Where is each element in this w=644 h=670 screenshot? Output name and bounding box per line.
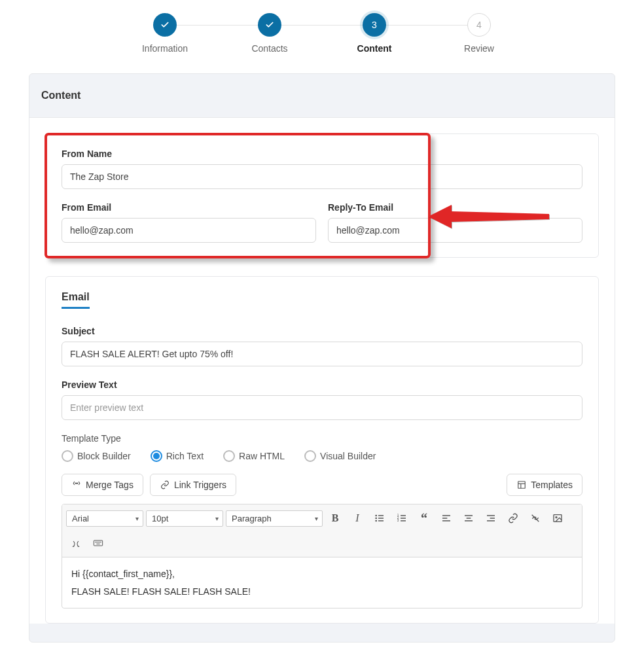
step-number: 3 (363, 13, 386, 37)
svg-rect-3 (518, 482, 526, 489)
insert-image-button[interactable] (548, 508, 567, 528)
numbered-list-button[interactable]: 123 (392, 508, 412, 528)
svg-point-35 (98, 542, 99, 542)
from-email-label: From Email (62, 202, 316, 213)
font-size-select[interactable]: 10pt (146, 510, 223, 527)
editor-line: Hi {{contact_first_name}}, (71, 565, 573, 583)
template-type-radio-group: Block Builder Rich Text Raw HTML Vi (62, 450, 582, 462)
align-right-button[interactable] (481, 508, 501, 528)
keyboard-button[interactable] (88, 533, 108, 553)
blockquote-button[interactable]: “ (414, 508, 434, 528)
radio-label: Block Builder (77, 451, 131, 461)
svg-text:3: 3 (397, 519, 399, 522)
radio-block-builder[interactable]: Block Builder (62, 450, 131, 462)
reply-to-email-label: Reply-To Email (328, 202, 582, 213)
italic-button[interactable]: I (348, 508, 367, 528)
from-email-input[interactable] (62, 218, 316, 243)
button-label: Templates (531, 480, 573, 490)
step-label: Contacts (251, 43, 287, 54)
merge-tags-button[interactable]: Merge Tags (62, 474, 143, 496)
align-center-button[interactable] (459, 508, 478, 528)
templates-button[interactable]: Templates (507, 474, 582, 496)
from-name-label: From Name (62, 149, 582, 159)
bold-button[interactable]: B (325, 508, 345, 528)
rich-text-editor: Arial 10pt Paragraph B I 123 “ (62, 504, 582, 608)
button-label: Merge Tags (86, 480, 134, 490)
check-icon (153, 13, 177, 37)
insert-link-button[interactable] (503, 508, 523, 528)
radio-rich-text[interactable]: Rich Text (151, 450, 204, 462)
step-information[interactable]: Information (113, 13, 217, 54)
editor-line: FLASH SALE! FLASH SALE! FLASH SALE! (71, 583, 573, 601)
step-label: Information (142, 43, 188, 54)
preview-text-label: Preview Text (62, 379, 582, 390)
link-icon (160, 480, 170, 489)
check-icon (258, 13, 281, 37)
stepper: Information Contacts 3 Content 4 Review (0, 13, 644, 54)
merge-tags-icon (71, 480, 82, 489)
radio-label: Rich Text (166, 451, 204, 461)
step-contacts[interactable]: Contacts (217, 13, 322, 54)
email-section-title: Email (62, 291, 90, 309)
remove-link-button[interactable] (526, 508, 545, 528)
content-card: Content From Name From Email Reply-To Em… (29, 73, 615, 643)
reply-to-email-input[interactable] (328, 218, 582, 243)
subject-label: Subject (62, 326, 582, 336)
svg-point-37 (101, 542, 101, 542)
svg-point-34 (97, 542, 98, 542)
svg-point-2 (77, 483, 78, 484)
templates-icon (516, 480, 527, 489)
svg-point-33 (96, 542, 96, 542)
email-panel: Email Subject Preview Text Template Type (45, 276, 599, 624)
step-number: 4 (467, 13, 491, 37)
editor-toolbar: Arial 10pt Paragraph B I 123 “ (62, 504, 582, 557)
svg-point-10 (376, 520, 376, 521)
svg-point-6 (376, 515, 376, 516)
button-label: Link Triggers (174, 480, 226, 490)
editor-content[interactable]: Hi {{contact_first_name}}, FLASH SALE! F… (62, 557, 582, 608)
template-type-label: Template Type (62, 433, 582, 444)
svg-point-8 (376, 518, 376, 518)
svg-point-1 (75, 483, 76, 484)
svg-point-36 (99, 542, 100, 542)
block-format-select[interactable]: Paragraph (226, 510, 323, 527)
from-panel: From Name From Email Reply-To Email (45, 133, 599, 258)
subject-input[interactable] (62, 342, 582, 366)
step-review[interactable]: 4 Review (427, 13, 531, 54)
from-name-input[interactable] (62, 164, 582, 189)
special-char-button[interactable] (66, 533, 86, 553)
align-left-button[interactable] (437, 508, 456, 528)
step-label: Review (464, 43, 494, 54)
svg-point-29 (556, 517, 557, 518)
step-content[interactable]: 3 Content (322, 13, 427, 54)
bullet-list-button[interactable] (370, 508, 389, 528)
radio-label: Raw HTML (239, 451, 285, 461)
font-family-select[interactable]: Arial (66, 510, 143, 527)
link-triggers-button[interactable]: Link Triggers (150, 474, 236, 496)
radio-raw-html[interactable]: Raw HTML (223, 450, 285, 462)
card-title: Content (29, 74, 615, 117)
svg-rect-32 (94, 540, 102, 546)
radio-visual-builder[interactable]: Visual Builder (304, 450, 376, 462)
radio-label: Visual Builder (320, 451, 376, 461)
step-label: Content (357, 43, 392, 54)
preview-text-input[interactable] (62, 395, 582, 420)
